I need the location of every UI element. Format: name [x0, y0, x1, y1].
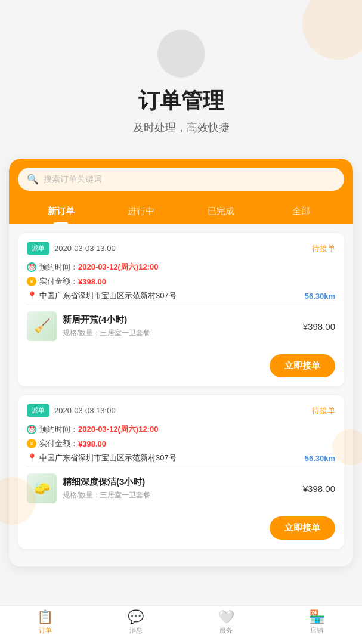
- accept-button-1[interactable]: 立即接单: [270, 354, 335, 377]
- item-emoji-2: 🧽: [34, 481, 50, 496]
- accept-btn-wrap-2: 立即接单: [27, 516, 335, 540]
- address-2: 中国广东省深圳市宝山区示范新村307号: [39, 453, 177, 463]
- order-item-1: 🧹 新居开荒(4小时) 规格/数量：三居室一卫套餐 ¥398.00: [27, 305, 335, 347]
- order-status-1: 待接单: [312, 243, 335, 254]
- appointment-time-1: 2020-03-12(周六)12:00: [78, 262, 158, 273]
- paid-row-1: ¥ 实付金额： ¥398.00: [27, 276, 335, 287]
- item-spec-2: 规格/数量：三居室一卫套餐: [63, 490, 303, 500]
- accept-button-2[interactable]: 立即接单: [270, 516, 335, 540]
- order-time-2: 2020-03-03 13:00: [54, 406, 312, 415]
- order-card-1: 派单 2020-03-03 13:00 待接单 ⏰ 预约时间： 2020-03-…: [18, 233, 344, 386]
- coin-icon-2: ¥: [27, 439, 36, 448]
- page-header: 订单管理 及时处理，高效快捷: [0, 0, 362, 153]
- appointment-row-2: ⏰ 预约时间： 2020-03-12(周六)12:00: [27, 424, 335, 435]
- nav-item-orders[interactable]: 📋 订单: [0, 611, 91, 635]
- item-price-1: ¥398.00: [303, 321, 335, 332]
- search-placeholder: 搜索订单关键词: [44, 174, 102, 185]
- orders-list: 派单 2020-03-03 13:00 待接单 ⏰ 预约时间： 2020-03-…: [9, 224, 353, 566]
- nav-item-messages[interactable]: 💬 消息: [91, 611, 181, 635]
- dispatch-badge-1: 派单: [27, 242, 49, 255]
- tab-ongoing[interactable]: 进行中: [101, 200, 181, 224]
- main-card: 🔍 搜索订单关键词 新订单 进行中 已完成 全部 派单 2020-03-03 1…: [9, 159, 353, 566]
- paid-amount-2: ¥398.00: [78, 439, 106, 448]
- appointment-time-2: 2020-03-12(周六)12:00: [78, 424, 158, 435]
- messages-nav-label: 消息: [129, 626, 143, 635]
- orders-nav-icon: 📋: [37, 611, 53, 624]
- order-header-2: 派单 2020-03-03 13:00 待接单: [27, 404, 335, 417]
- accept-btn-wrap-1: 立即接单: [27, 354, 335, 377]
- avatar: [157, 30, 205, 78]
- paid-amount-1: ¥398.00: [78, 277, 106, 286]
- orders-nav-label: 订单: [39, 626, 52, 635]
- item-emoji-1: 🧹: [34, 318, 50, 334]
- tabs-container: 新订单 进行中 已完成 全部: [18, 200, 344, 224]
- order-card-2: 派单 2020-03-03 13:00 待接单 ⏰ 预约时间： 2020-03-…: [18, 395, 344, 549]
- item-info-2: 精细深度保洁(3小时) 规格/数量：三居室一卫套餐: [63, 476, 303, 500]
- location-icon-2: 📍: [27, 453, 36, 463]
- store-nav-label: 店铺: [310, 626, 323, 635]
- card-top-section: 🔍 搜索订单关键词 新订单 进行中 已完成 全部: [9, 159, 353, 224]
- order-status-2: 待接单: [312, 405, 335, 416]
- order-time-1: 2020-03-03 13:00: [54, 244, 312, 253]
- appointment-label-2: 预约时间：: [39, 424, 78, 435]
- search-icon: 🔍: [27, 174, 39, 185]
- nav-item-services[interactable]: 🤍 服务: [181, 611, 272, 635]
- clock-icon-1: ⏰: [27, 262, 36, 272]
- item-name-1: 新居开荒(4小时): [63, 314, 303, 326]
- distance-1: 56.30km: [305, 292, 335, 301]
- location-icon-1: 📍: [27, 291, 36, 301]
- page-title: 订单管理: [12, 86, 350, 116]
- clock-icon-2: ⏰: [27, 425, 36, 434]
- coin-icon-1: ¥: [27, 277, 36, 286]
- item-info-1: 新居开荒(4小时) 规格/数量：三居室一卫套餐: [63, 314, 303, 338]
- item-image-1: 🧹: [27, 311, 57, 341]
- search-bar[interactable]: 🔍 搜索订单关键词: [18, 168, 344, 191]
- paid-row-2: ¥ 实付金额： ¥398.00: [27, 438, 335, 449]
- appointment-label-1: 预约时间：: [39, 262, 78, 273]
- services-nav-icon: 🤍: [218, 611, 234, 624]
- nav-item-store[interactable]: 🏪 店铺: [271, 611, 362, 635]
- dispatch-badge-2: 派单: [27, 404, 49, 417]
- tab-done[interactable]: 已完成: [181, 200, 261, 224]
- address-1: 中国广东省深圳市宝山区示范新村307号: [39, 290, 177, 301]
- address-row-1: 📍 中国广东省深圳市宝山区示范新村307号 56.30km: [27, 290, 335, 301]
- item-price-2: ¥398.00: [303, 484, 335, 494]
- paid-label-1: 实付金额：: [39, 276, 78, 287]
- item-name-2: 精细深度保洁(3小时): [63, 476, 303, 488]
- paid-label-2: 实付金额：: [39, 438, 78, 449]
- page-subtitle: 及时处理，高效快捷: [12, 120, 350, 135]
- tab-new[interactable]: 新订单: [21, 200, 101, 224]
- address-row-2: 📍 中国广东省深圳市宝山区示范新村307号 56.30km: [27, 453, 335, 463]
- order-item-2: 🧽 精细深度保洁(3小时) 规格/数量：三居室一卫套餐 ¥398.00: [27, 467, 335, 509]
- appointment-row-1: ⏰ 预约时间： 2020-03-12(周六)12:00: [27, 262, 335, 273]
- distance-2: 56.30km: [305, 454, 335, 463]
- services-nav-label: 服务: [219, 626, 233, 635]
- messages-nav-icon: 💬: [128, 611, 144, 624]
- store-nav-icon: 🏪: [309, 611, 325, 624]
- order-header-1: 派单 2020-03-03 13:00 待接单: [27, 242, 335, 255]
- bottom-navigation: 📋 订单 💬 消息 🤍 服务 🏪 店铺: [0, 605, 362, 644]
- item-spec-1: 规格/数量：三居室一卫套餐: [63, 328, 303, 338]
- tab-all[interactable]: 全部: [261, 200, 341, 224]
